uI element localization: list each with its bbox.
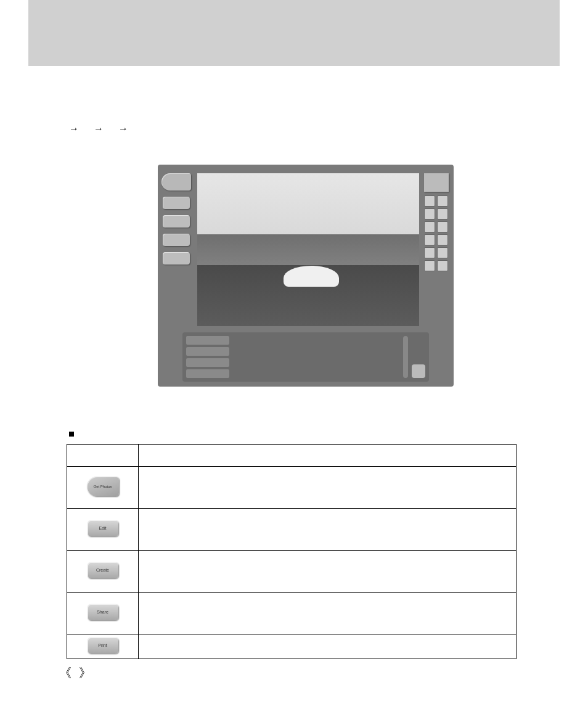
print-button-icon: Print: [88, 638, 118, 654]
get-photos-button-icon: Get Photos: [87, 477, 119, 496]
edit-button-icon: [163, 197, 190, 209]
table-header-row: [67, 445, 517, 467]
arrow-icon: →: [118, 123, 128, 134]
tool-icon: [437, 260, 448, 271]
category-item: [186, 358, 229, 367]
edit-button-icon: Edit: [88, 520, 118, 536]
tool-icon: [437, 221, 448, 232]
icon-cell: Share: [67, 593, 139, 634]
tool-grid: [424, 195, 449, 271]
screenshot-bottom-panel: [182, 332, 429, 382]
create-button-icon: Create: [88, 562, 118, 578]
tool-icon: [437, 247, 448, 258]
screenshot-right-panel: [423, 173, 450, 271]
tool-icon: [437, 234, 448, 245]
desc-cell: [139, 634, 517, 659]
category-item: [186, 336, 229, 345]
desc-cell: [139, 593, 517, 634]
table-row: Create: [67, 551, 517, 593]
square-bullet-icon: [69, 432, 74, 437]
footer-mark: 《 》: [59, 665, 91, 681]
category-list: [186, 336, 229, 378]
tool-icon: [424, 208, 435, 220]
left-angle-icon: 《: [59, 665, 71, 681]
get-photos-button-icon: [161, 173, 191, 191]
desc-cell: [139, 509, 517, 551]
table-row: Print: [67, 634, 517, 659]
icon-cell: Get Photos: [67, 467, 139, 509]
screenshot-left-panel: [161, 173, 191, 265]
app-screenshot: [158, 165, 454, 387]
arrow-icon: →: [94, 123, 104, 134]
tool-icon: [437, 195, 448, 207]
desc-cell: [139, 551, 517, 593]
tool-icon: [424, 260, 435, 271]
photo-harbor-icon: [197, 173, 419, 326]
col-header-desc: [139, 445, 517, 467]
tool-icon: [424, 221, 435, 232]
icon-cell: Create: [67, 551, 139, 593]
col-header-icon: [67, 445, 139, 467]
table-row: Get Photos: [67, 467, 517, 509]
breadcrumb: → → →: [62, 123, 136, 134]
tool-icon: [424, 195, 435, 207]
icon-cell: Print: [67, 634, 139, 659]
right-angle-icon: 》: [79, 665, 91, 681]
arrow-icon: →: [69, 123, 79, 134]
share-button-icon: Share: [88, 604, 118, 620]
share-button-icon: [163, 234, 190, 246]
create-button-icon: [163, 215, 190, 228]
tool-icon: [424, 234, 435, 245]
section-bullet: [69, 429, 80, 438]
header-bar: [28, 0, 560, 66]
screenshot-canvas: [197, 173, 419, 326]
print-button-icon: [163, 252, 190, 265]
tool-icon: [424, 247, 435, 258]
category-item: [186, 347, 229, 356]
table-row: Share: [67, 593, 517, 634]
scrollbar-icon: [403, 336, 408, 378]
help-icon: [412, 364, 425, 378]
boat-icon: [284, 266, 339, 287]
thumbnail-grid: [233, 356, 399, 358]
category-item: [186, 369, 229, 378]
tool-icon: [437, 208, 448, 220]
icon-table: Get Photos Edit Create Share Print: [67, 444, 517, 659]
preview-thumb-icon: [424, 173, 449, 192]
icon-cell: Edit: [67, 509, 139, 551]
desc-cell: [139, 467, 517, 509]
table-row: Edit: [67, 509, 517, 551]
